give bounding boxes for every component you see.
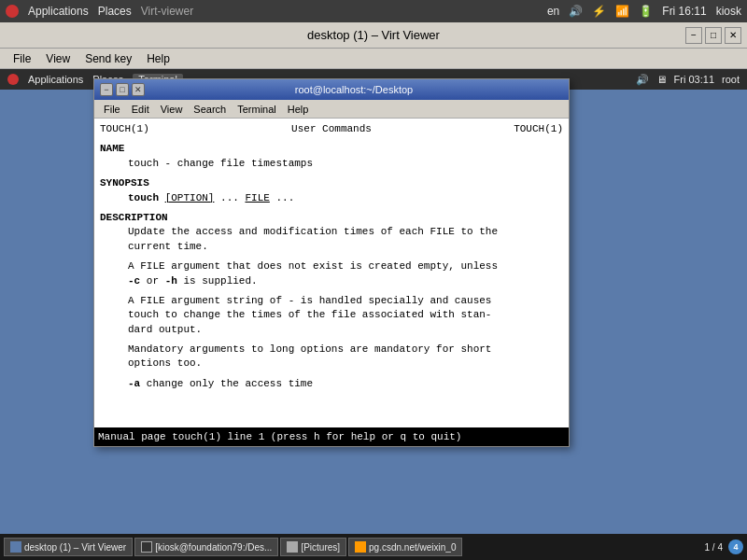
terminal-window: − □ ✕ root@localhost:~/Desktop File Edit… <box>93 78 570 447</box>
desc-para4-line1: Mandatory arguments to long options are … <box>128 343 563 357</box>
outer-taskbar-right: 1 / 4 4 <box>705 539 743 554</box>
terminal-menu-edit[interactable]: Edit <box>126 104 155 115</box>
outer-task-icon-2 <box>141 541 152 553</box>
inner-applications-menu[interactable]: Applications <box>28 74 83 85</box>
desc-para3-line1: A FILE argument string of - is handled s… <box>128 294 563 308</box>
outer-menu-bar: File View Send key Help <box>0 49 747 69</box>
outer-app-icon <box>6 5 19 18</box>
opt-h: -h <box>165 275 177 287</box>
outer-bluetooth-icon: ⚡ <box>592 5 606 18</box>
desc-para3-line2: touch to change the times of the file as… <box>128 308 563 322</box>
outer-task-label-2: [kiosk@foundation79:/Des... <box>155 542 272 553</box>
section-name-heading: NAME <box>100 142 563 156</box>
synopsis-file: FILE <box>245 192 269 203</box>
desc-para2: A FILE argument that does not exist is c… <box>128 259 563 288</box>
terminal-close-btn[interactable]: ✕ <box>132 83 145 96</box>
outer-taskbar-item-3[interactable]: [Pictures] <box>280 538 346 556</box>
outer-task-label-1: desktop (1) – Virt Viewer <box>24 542 126 553</box>
synopsis-option: [OPTION] <box>165 192 215 203</box>
inner-volume-icon: 🔊 <box>636 74 649 86</box>
section-description-label: DESCRIPTION <box>100 212 168 223</box>
section-name-label: NAME <box>100 143 124 154</box>
outer-lang: en <box>547 5 559 18</box>
section-description-heading: DESCRIPTION <box>100 211 563 225</box>
outer-taskbar-item-2[interactable]: [kiosk@foundation79:/Des... <box>134 538 278 556</box>
option-a-line: -a change only the access time <box>128 377 563 391</box>
desc-para2-line2: -c or -h is supplied. <box>128 274 563 288</box>
desc-para1: Update the access and modification times… <box>128 225 563 254</box>
terminal-menu-view[interactable]: View <box>155 104 189 115</box>
synopsis-line: touch [OPTION] ... FILE ... <box>128 191 563 205</box>
inner-app-icon <box>7 74 19 85</box>
outer-battery-icon: 🔋 <box>639 5 653 18</box>
terminal-menu-bar: File Edit View Search Terminal Help <box>94 100 569 119</box>
outer-menu-view[interactable]: View <box>38 52 78 65</box>
inner-user: root <box>722 74 740 85</box>
outer-window-title-label: Virt-viewer <box>141 5 193 18</box>
terminal-menu-terminal[interactable]: Terminal <box>232 104 282 115</box>
inner-desktop: Applications Places Terminal 🔊 🖥 Fri 03:… <box>0 69 747 560</box>
terminal-menu-help[interactable]: Help <box>282 104 315 115</box>
opt-c: -c <box>128 275 140 287</box>
outer-taskbar: desktop (1) – Virt Viewer [kiosk@foundat… <box>0 534 747 560</box>
desc-line2: current time. <box>128 240 563 254</box>
outer-taskbar-item-1[interactable]: desktop (1) – Virt Viewer <box>4 538 133 556</box>
outer-task-label-4: pg.csdn.net/weixin_0 <box>369 542 456 553</box>
desc-para3-line3: dard output. <box>128 323 563 337</box>
section-synopsis-label: SYNOPSIS <box>100 177 149 189</box>
outer-audio-icon: 🔊 <box>569 5 583 18</box>
inner-network-icon: 🖥 <box>656 74 667 85</box>
inner-time: Fri 03:11 <box>674 74 714 85</box>
outer-menu-file[interactable]: File <box>6 52 38 65</box>
desc-para4-line2: options too. <box>128 357 563 371</box>
outer-task-icon-1 <box>10 541 21 553</box>
outer-task-icon-4 <box>355 541 366 553</box>
synopsis-cmd: touch <box>128 192 159 203</box>
desc-para2-line1: A FILE argument that does not exist is c… <box>128 259 563 273</box>
outer-page-info: 1 / 4 <box>705 542 723 553</box>
outer-time: Fri 16:11 <box>662 5 706 18</box>
option-a-desc: change only the access time <box>147 378 313 389</box>
outer-wifi-icon: 📶 <box>615 5 629 18</box>
terminal-content[interactable]: TOUCH(1) User Commands TOUCH(1) NAME tou… <box>94 119 569 427</box>
outer-system-bar: Applications Places Virt-viewer en 🔊 ⚡ 📶… <box>0 0 747 22</box>
outer-menu-sendkey[interactable]: Send key <box>78 52 139 65</box>
terminal-title-text: root@localhost:~/Desktop <box>145 84 563 95</box>
terminal-status-bar: Manual page touch(1) line 1 (press h for… <box>94 427 569 446</box>
terminal-minimize-btn[interactable]: − <box>100 83 113 96</box>
name-text: touch - change file timestamps <box>128 157 563 171</box>
man-header-left: TOUCH(1) <box>100 122 149 136</box>
desc-para3: A FILE argument string of - is handled s… <box>128 294 563 337</box>
man-header-center: User Commands <box>291 122 372 136</box>
section-synopsis-heading: SYNOPSIS <box>100 176 563 190</box>
outer-applications-menu[interactable]: Applications <box>28 5 89 18</box>
outer-places-menu[interactable]: Places <box>98 5 132 18</box>
outer-page-badge: 4 <box>728 539 743 554</box>
outer-task-label-3: [Pictures] <box>301 542 340 553</box>
outer-minimize-btn[interactable]: − <box>685 27 702 44</box>
outer-title-bar: desktop (1) – Virt Viewer − □ ✕ <box>0 22 747 49</box>
status-bar-text: Manual page touch(1) line 1 (press h for… <box>98 431 461 442</box>
outer-task-icon-3 <box>287 541 298 553</box>
terminal-maximize-btn[interactable]: □ <box>116 83 129 96</box>
desc-para4: Mandatory arguments to long options are … <box>128 343 563 371</box>
desc-line1: Update the access and modification times… <box>128 225 563 239</box>
outer-close-btn[interactable]: ✕ <box>725 27 741 44</box>
outer-maximize-btn[interactable]: □ <box>705 27 722 44</box>
terminal-menu-search[interactable]: Search <box>188 104 232 115</box>
outer-title-text: desktop (1) – Virt Viewer <box>307 28 440 42</box>
terminal-title-bar: − □ ✕ root@localhost:~/Desktop <box>94 79 569 100</box>
man-header: TOUCH(1) User Commands TOUCH(1) <box>100 122 563 136</box>
outer-taskbar-item-4[interactable]: pg.csdn.net/weixin_0 <box>348 538 462 556</box>
option-a-flag: -a <box>128 378 140 389</box>
man-header-right: TOUCH(1) <box>514 122 563 136</box>
outer-user: kiosk <box>716 5 741 18</box>
terminal-win-controls: − □ ✕ <box>100 83 145 96</box>
outer-menu-help[interactable]: Help <box>139 52 177 65</box>
terminal-menu-file[interactable]: File <box>98 104 126 115</box>
